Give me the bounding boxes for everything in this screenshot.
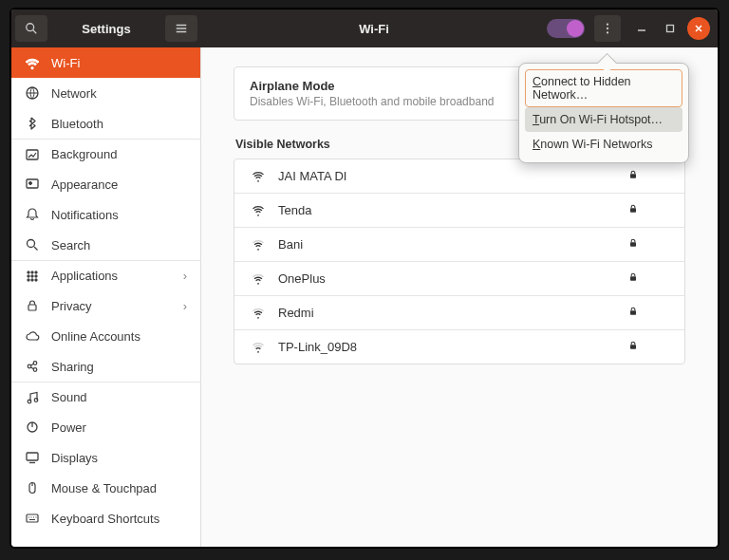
lock-icon [627, 169, 641, 183]
sidebar-item-sharing[interactable]: Sharing [11, 351, 200, 382]
svg-point-2 [607, 23, 608, 25]
svg-point-18 [35, 274, 37, 276]
sidebar-item-bluetooth[interactable]: Bluetooth [11, 108, 200, 139]
minimize-button[interactable] [630, 17, 653, 40]
wifi-signal-icon [250, 238, 267, 252]
sidebar-title: Settings [51, 22, 161, 36]
appearance-icon [25, 177, 40, 192]
sidebar-item-keyboard-shortcuts[interactable]: Keyboard Shortcuts [11, 503, 200, 533]
sidebar-item-label: Sharing [51, 360, 94, 374]
search-button[interactable] [15, 15, 47, 42]
sidebar-item-appearance[interactable]: Appearance [11, 169, 200, 199]
network-name: Bani [278, 237, 616, 252]
bell-icon [25, 207, 40, 222]
menu-item[interactable]: Turn On Wi-Fi Hotspot… [525, 107, 682, 132]
network-row[interactable]: OnePlus [234, 262, 684, 296]
menu-item[interactable]: Known Wi-Fi Networks [525, 132, 682, 157]
svg-line-1 [33, 30, 37, 34]
wifi-signal-icon [250, 307, 267, 320]
globe-icon [25, 85, 40, 101]
keyboard-icon [25, 511, 40, 526]
wifi-toggle[interactable] [547, 19, 585, 38]
maximize-button[interactable] [659, 17, 682, 40]
menu-item[interactable]: Connect to Hidden Network… [525, 69, 682, 107]
wifi-signal-icon [250, 341, 267, 354]
svg-rect-9 [27, 179, 38, 188]
svg-point-15 [35, 271, 37, 272]
svg-point-11 [28, 240, 35, 248]
network-row[interactable]: Tenda [234, 194, 684, 228]
settings-window: Settings Wi-Fi [9, 8, 720, 549]
sidebar-item-label: Wi-Fi [51, 56, 80, 70]
svg-point-3 [607, 28, 608, 29]
network-row[interactable]: TP-Link_09D8 [234, 330, 684, 364]
lock-icon [627, 203, 641, 217]
minimize-icon [637, 24, 646, 33]
hamburger-button[interactable] [165, 15, 197, 42]
network-row[interactable]: Redmi [234, 296, 684, 330]
page-title: Wi-Fi [201, 22, 547, 36]
lock-icon [627, 271, 641, 286]
kebab-menu-button[interactable] [594, 15, 621, 42]
svg-rect-6 [667, 26, 674, 32]
sidebar-item-label: Notifications [51, 208, 119, 222]
titlebar-left: Settings [11, 9, 201, 47]
svg-point-10 [29, 182, 32, 185]
wifi-menu-popover: Connect to Hidden Network…Turn On Wi-Fi … [518, 63, 689, 163]
network-name: TP-Link_09D8 [278, 340, 616, 354]
search-icon [25, 22, 38, 35]
sidebar-item-label: Sound [51, 390, 87, 404]
network-row[interactable]: JAI MATA DI [234, 159, 684, 194]
svg-point-27 [34, 398, 38, 401]
maximize-icon [665, 24, 675, 33]
sidebar-item-label: Background [51, 147, 117, 161]
sidebar-item-label: Keyboard Shortcuts [51, 512, 159, 526]
sidebar-item-power[interactable]: Power [11, 412, 200, 442]
wifi-icon [25, 55, 40, 70]
sidebar-item-wi-fi[interactable]: Wi-Fi [11, 47, 200, 78]
sidebar-item-network[interactable]: Network [11, 78, 200, 108]
chevron-right-icon: › [183, 299, 187, 313]
sidebar: Wi-FiNetworkBluetoothBackgroundAppearanc… [11, 47, 201, 547]
network-name: OnePlus [278, 271, 616, 286]
sidebar-item-label: Applications [51, 269, 118, 283]
sidebar-item-privacy[interactable]: Privacy› [11, 290, 200, 321]
svg-point-19 [28, 278, 29, 280]
search-icon [25, 237, 40, 252]
svg-point-26 [28, 400, 31, 403]
visible-networks-list: JAI MATA DITendaBaniOnePlusRedmiTP-Link_… [234, 159, 685, 364]
network-name: Tenda [278, 203, 616, 217]
bluetooth-icon [25, 116, 40, 131]
network-row[interactable]: Bani [234, 228, 684, 262]
svg-rect-37 [630, 242, 636, 247]
svg-rect-35 [630, 174, 636, 178]
sidebar-item-sound[interactable]: Sound [11, 382, 200, 412]
sidebar-item-applications[interactable]: Applications› [11, 260, 200, 290]
sidebar-item-label: Search [51, 238, 90, 252]
sidebar-item-mouse-touchpad[interactable]: Mouse & Touchpad [11, 473, 200, 503]
sidebar-item-displays[interactable]: Displays [11, 442, 200, 473]
titlebar: Settings Wi-Fi [11, 9, 718, 47]
lock-icon [627, 340, 641, 354]
background-icon [25, 147, 40, 162]
svg-point-21 [35, 278, 37, 280]
svg-rect-36 [630, 208, 636, 213]
sidebar-item-online-accounts[interactable]: Online Accounts [11, 321, 200, 351]
svg-line-12 [34, 247, 38, 251]
network-name: JAI MATA DI [278, 169, 616, 183]
sidebar-item-label: Appearance [51, 177, 118, 192]
hamburger-icon [175, 22, 188, 35]
wifi-signal-icon [250, 204, 267, 217]
airplane-mode-subtitle: Disables Wi-Fi, Bluetooth and mobile bro… [250, 95, 494, 108]
svg-rect-39 [630, 310, 636, 315]
display-icon [25, 450, 40, 465]
close-button[interactable] [687, 17, 710, 40]
svg-rect-8 [27, 150, 38, 159]
network-name: Redmi [278, 306, 616, 320]
sidebar-item-search[interactable]: Search [11, 230, 200, 260]
kebab-icon [601, 22, 614, 35]
sidebar-item-notifications[interactable]: Notifications [11, 199, 200, 230]
sidebar-item-background[interactable]: Background [11, 139, 200, 169]
wifi-signal-icon [250, 272, 267, 286]
wifi-signal-icon [250, 170, 267, 183]
